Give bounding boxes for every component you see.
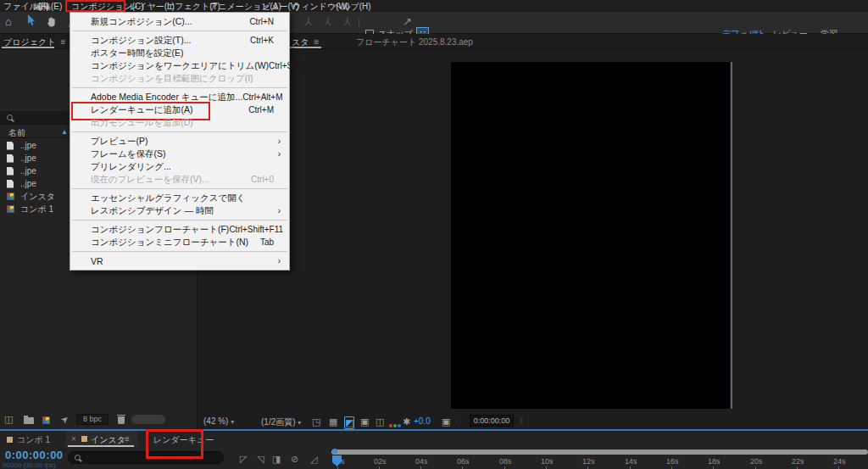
interpret-footage-icon[interactable]: ◫	[4, 414, 13, 425]
item-name: ..jpe	[20, 154, 36, 163]
exposure-icon[interactable]: ✱	[403, 416, 410, 427]
menu-item[interactable]	[70, 28, 289, 34]
ruler-tick: 24s	[833, 457, 846, 469]
menu-edit[interactable]: 編集(E)	[34, 1, 62, 13]
file-icon	[7, 142, 14, 150]
tab-render-queue[interactable]: レンダーキュー	[153, 434, 214, 446]
panel-menu-icon[interactable]: ≡	[314, 37, 319, 47]
menu-item[interactable]	[70, 129, 289, 135]
tab-insta-underline	[68, 445, 134, 447]
exposure-value[interactable]: +0.0	[414, 416, 431, 426]
shear-tool-icon[interactable]: ↗	[403, 15, 412, 28]
selection-tool-icon[interactable]	[26, 14, 35, 30]
search-icon	[75, 455, 81, 461]
menu-item[interactable]: フレームを保存(S) ›	[70, 148, 289, 160]
menu-item[interactable]: プレビュー(P) ›	[70, 135, 289, 148]
menu-item[interactable]: 新規コンポジション(C)... Ctrl+N	[70, 15, 289, 28]
hand-tool-icon[interactable]	[47, 16, 57, 30]
file-icon	[7, 167, 14, 176]
quality-dropdown[interactable]: (1/2画質) ▾	[261, 416, 301, 428]
tab-comp1[interactable]: コンポ 1	[7, 434, 50, 446]
sort-ascending-icon[interactable]: ▲	[61, 128, 68, 136]
bit-depth-button[interactable]: 8 bpc	[76, 414, 108, 425]
view-options-icon[interactable]: ◳	[312, 416, 320, 427]
channel-icon[interactable]	[389, 420, 402, 429]
new-folder-icon[interactable]	[24, 417, 34, 424]
menu-item[interactable]: コンポジションフローチャート(F) Ctrl+Shift+F11	[70, 223, 289, 236]
frame-blend-icon[interactable]: ◨	[272, 454, 281, 465]
footer-pill-control[interactable]	[131, 415, 165, 424]
item-name: ..jpe	[20, 179, 36, 188]
axis-tool-icon-1[interactable]: ⅄	[305, 15, 312, 28]
menu-item[interactable]: 現在のプレビューを保存(V)... Ctrl+0	[70, 173, 289, 186]
panel-menu-icon[interactable]: ≡	[125, 434, 130, 444]
comp-color-swatch	[7, 437, 13, 443]
submenu-arrow-icon: ›	[278, 256, 281, 265]
graph-editor-icon[interactable]: ◿	[310, 454, 317, 465]
ruler-tick: 16s	[666, 457, 679, 469]
show-snapshot-icon[interactable]: ◌	[456, 416, 462, 427]
menu-item[interactable]	[70, 217, 289, 223]
toolbar-separator: |	[358, 15, 360, 28]
composition-viewer[interactable]	[451, 62, 730, 409]
grid-guides-icon[interactable]: ▦	[329, 416, 337, 427]
menu-item[interactable]: コンポジション設定(T)... Ctrl+K	[70, 34, 289, 47]
menu-item[interactable]	[70, 248, 289, 254]
ruler-tick: 08s	[499, 457, 512, 469]
region-of-interest-icon[interactable]: ◩	[344, 416, 354, 429]
trash-icon[interactable]	[118, 416, 125, 424]
send-icon[interactable]: ➤	[58, 413, 71, 427]
viewer-scrollbar[interactable]	[731, 62, 732, 409]
work-area-start-handle[interactable]	[332, 449, 337, 454]
menu-help[interactable]: ヘルプ(H)	[333, 1, 371, 13]
transparency-grid-icon[interactable]: ▣	[360, 416, 369, 427]
frame-counter: 00000 (30.00 fps)	[3, 461, 56, 469]
menu-item[interactable]: プリレンダリング...	[70, 160, 289, 173]
motion-blur-icon[interactable]: ⊘	[291, 454, 298, 465]
menu-shortcut: Ctrl+Alt+M	[242, 92, 282, 102]
menu-item[interactable]: Adobe Media Encoder キューに追加... Ctrl+Alt+M	[70, 91, 289, 103]
menu-item[interactable]: レスポンシブデザイン — 時間 ›	[70, 204, 289, 217]
ruler-tick: 14s	[625, 457, 637, 469]
tab-flowchart[interactable]: フローチャート 2025.8.23.aep	[356, 36, 473, 48]
menu-item[interactable]: コンポジションをワークエリアにトリム(W) Ctrl+Shift+X	[70, 59, 289, 72]
item-name: インスタ	[20, 191, 55, 203]
new-composition-icon[interactable]	[42, 416, 50, 424]
home-icon[interactable]: ⌂	[5, 15, 12, 28]
preview-timecode[interactable]: 0:00:00:00	[470, 415, 514, 427]
item-name: ..jpe	[20, 166, 36, 176]
chevron-down-icon: ▾	[231, 418, 234, 426]
item-name: コンポ 1	[20, 204, 53, 215]
axis-tool-icon-3[interactable]: ⅄	[344, 15, 351, 28]
composition-panel: (42 %) ▾ (1/2画質) ▾ ◳ ▦ ◩ ▣ ◫ ✱ +0.0 ▣ ◌ …	[198, 49, 868, 431]
panel-menu-icon[interactable]: ≡	[60, 37, 65, 47]
file-icon	[7, 180, 14, 188]
snapshot-camera-icon[interactable]: ▣	[442, 416, 450, 427]
current-timecode[interactable]: 0:00:00:00	[5, 449, 64, 461]
menu-item[interactable]: ポスター時間を設定(E)	[70, 47, 289, 59]
menu-item[interactable]: VR ›	[70, 254, 289, 267]
menu-item[interactable]: 出力モジュールを追加(D)	[70, 116, 289, 129]
menu-item[interactable]	[70, 85, 289, 91]
timeline-search-input[interactable]	[68, 451, 224, 464]
item-name: ..jpe	[20, 141, 36, 150]
mini-flowchart-icon[interactable]: ◸	[240, 454, 247, 465]
close-icon[interactable]: ×	[71, 434, 76, 444]
menu-shortcut: Ctrl+Shift+X	[269, 61, 314, 70]
menu-item[interactable]: コンポジションミニフローチャート(N) Tab	[70, 236, 289, 248]
ruler-tick: 06s	[457, 457, 470, 469]
submenu-arrow-icon: ›	[278, 149, 281, 159]
timeline-panel: コンポ 1 × インスタ ≡ レンダーキュー 0:00:00:00 00000 …	[0, 431, 868, 469]
project-panel-footer: ◫ ➤ 8 bpc	[0, 411, 198, 430]
ruler-tick: 22s	[792, 457, 804, 469]
draft-3d-icon[interactable]: ◹	[257, 454, 264, 465]
axis-tool-icon-2[interactable]: ⅄	[325, 15, 331, 28]
menu-item[interactable]: エッセンシャルグラフィックスで開く	[70, 192, 289, 204]
zoom-level-dropdown[interactable]: (42 %) ▾	[203, 416, 234, 426]
menu-item[interactable]	[70, 186, 289, 192]
menu-shortcut: Ctrl+N	[249, 17, 274, 26]
time-navigator-bar[interactable]	[331, 449, 868, 455]
menu-item[interactable]: レンダーキューに追加(A) Ctrl+M	[70, 103, 289, 116]
menu-item[interactable]: コンポジションを目標範囲にクロップ(I)	[70, 72, 289, 85]
mask-visibility-icon[interactable]: ◫	[376, 416, 384, 427]
